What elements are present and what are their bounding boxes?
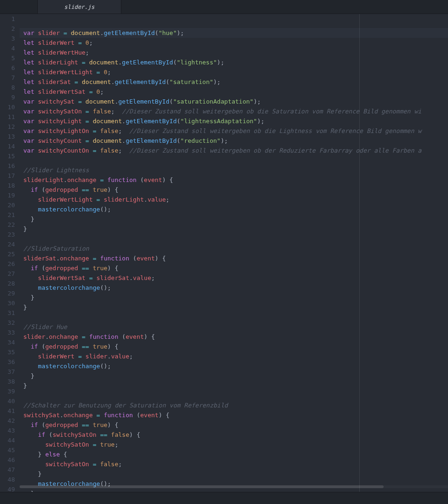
line-number: 20 (0, 200, 15, 210)
line-number: 19 (0, 190, 15, 200)
code-line[interactable]: switchySat.onchange = function (event) { (20, 410, 448, 420)
line-number: 46 (0, 455, 15, 465)
code-line[interactable]: if (gedropped == true) { (20, 263, 448, 273)
line-number: 45 (0, 445, 15, 455)
line-number: 26 (0, 259, 15, 269)
line-number: 33 (0, 328, 15, 337)
code-line[interactable]: var switchyLightOn = false; //Dieser Zus… (20, 126, 448, 136)
line-number: 39 (0, 386, 15, 396)
line-number: 41 (0, 406, 15, 416)
code-line[interactable]: } else { (20, 449, 448, 459)
code-line[interactable]: var switchyCountOn = false; //Dieser Zus… (20, 146, 448, 155)
tab-slider-js[interactable]: slider.js (37, 0, 121, 14)
code-line[interactable]: if (gedropped == true) { (20, 185, 448, 195)
line-number: 4 (0, 43, 15, 53)
line-number: 13 (0, 132, 15, 141)
code-line[interactable]: var switchySatOn = false; //Dieser Zusta… (20, 106, 448, 116)
code-line[interactable] (20, 391, 448, 400)
horizontal-scrollbar-thumb[interactable] (20, 485, 384, 488)
line-number: 38 (0, 377, 15, 386)
line-number: 9 (0, 92, 15, 102)
line-number: 12 (0, 122, 15, 132)
code-line[interactable]: //Schalter zur Benutzung der Saturation … (20, 400, 448, 410)
line-number: 27 (0, 269, 15, 279)
line-number: 23 (0, 230, 15, 239)
code-line[interactable]: sliderSat.onchange = function (event) { (20, 253, 448, 263)
line-number: 2 (0, 24, 15, 34)
line-number: 47 (0, 465, 15, 475)
code-line[interactable]: let sliderWert = 0; (20, 38, 448, 48)
code-line[interactable]: } (20, 381, 448, 391)
line-number: 37 (0, 367, 15, 377)
code-line[interactable] (20, 155, 448, 165)
line-number: 30 (0, 298, 15, 308)
code-line[interactable]: mastercolorchange(); (20, 361, 448, 371)
code-line[interactable]: let sliderLight = document.getElementByI… (20, 57, 448, 67)
code-line[interactable]: //Slider Lightness (20, 165, 448, 175)
code-line[interactable]: var switchyLight = document.getElementBy… (20, 116, 448, 126)
line-number: 44 (0, 435, 15, 445)
code-line[interactable]: } (20, 214, 448, 224)
code-line[interactable]: if (switchySatOn == false) { (20, 430, 448, 440)
code-line[interactable]: slider.onchange = function (event) { (20, 332, 448, 342)
line-number: 22 (0, 220, 15, 230)
tab-bar: slider.js (0, 0, 448, 14)
code-line[interactable]: switchySatOn = true; (20, 440, 448, 449)
line-number: 17 (0, 171, 15, 181)
code-line[interactable]: mastercolorchange(); (20, 283, 448, 293)
code-line[interactable]: //SliderSaturation (20, 244, 448, 253)
line-number: 1 (0, 14, 15, 24)
code-line[interactable]: switchySatOn = false; (20, 459, 448, 469)
code-line[interactable]: let sliderSat = document.getElementById(… (20, 77, 448, 87)
code-line[interactable]: sliderWertSat = sliderSat.value; (20, 273, 448, 283)
line-number: 40 (0, 396, 15, 406)
code-area[interactable]: var slider = document.getElementById("hu… (20, 14, 448, 504)
code-line[interactable]: let sliderWertSat = 0; (20, 87, 448, 97)
code-line[interactable]: } (20, 224, 448, 234)
line-number: 43 (0, 426, 15, 435)
code-line[interactable]: var switchySat = document.getElementById… (20, 97, 448, 106)
code-line[interactable]: } (20, 302, 448, 312)
line-number: 15 (0, 151, 15, 161)
line-number: 6 (0, 63, 15, 73)
line-number: 21 (0, 210, 15, 220)
line-number: 25 (0, 249, 15, 259)
code-line[interactable]: } (20, 371, 448, 381)
code-line[interactable]: } (20, 293, 448, 302)
code-line[interactable]: //Slider Hue (20, 322, 448, 332)
line-number: 8 (0, 83, 15, 92)
code-line[interactable] (20, 234, 448, 244)
line-number: 7 (0, 73, 15, 83)
code-line[interactable]: sliderWert = slider.value; (20, 351, 448, 361)
code-line[interactable]: if (gedropped == true) { (20, 420, 448, 430)
line-number: 42 (0, 416, 15, 426)
gutter: 1234567891011121314151617181920212223242… (0, 14, 20, 504)
code-line[interactable]: } (20, 469, 448, 479)
line-number: 16 (0, 161, 15, 171)
line-number: 18 (0, 181, 15, 190)
line-number: 14 (0, 141, 15, 151)
line-number: 36 (0, 357, 15, 367)
code-line[interactable]: if (gedropped == true) { (20, 342, 448, 351)
line-number: 32 (0, 318, 15, 328)
code-line[interactable]: let sliderWertLight = 0; (20, 67, 448, 77)
code-line[interactable]: sliderLight.onchange = function (event) … (20, 175, 448, 185)
code-line[interactable]: sliderWertLight = sliderLight.value; (20, 195, 448, 204)
line-number: 31 (0, 308, 15, 318)
code-line[interactable]: var slider = document.getElementById("hu… (20, 28, 448, 38)
line-number: 5 (0, 53, 15, 63)
line-number: 35 (0, 347, 15, 357)
line-number: 10 (0, 102, 15, 112)
editor: 1234567891011121314151617181920212223242… (0, 14, 448, 504)
line-number: 24 (0, 239, 15, 249)
line-number: 28 (0, 279, 15, 288)
line-number: 48 (0, 475, 15, 484)
code-line[interactable]: mastercolorchange(); (20, 204, 448, 214)
horizontal-scrollbar[interactable] (20, 485, 448, 488)
line-number: 11 (0, 112, 15, 122)
code-line[interactable]: let sliderWertHue; (20, 48, 448, 57)
line-number: 34 (0, 337, 15, 347)
tab-title: slider.js (64, 4, 94, 10)
code-line[interactable] (20, 312, 448, 322)
code-line[interactable]: var switchyCount = document.getElementBy… (20, 136, 448, 146)
